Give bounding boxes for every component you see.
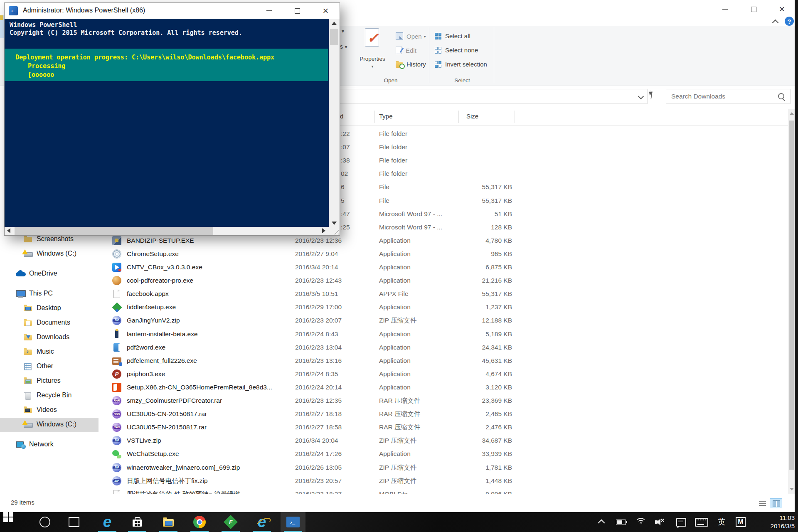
ps-minimize-button[interactable] [255,3,283,19]
select-none-button[interactable]: Select none [435,47,478,54]
taskbar-task-view-button[interactable] [62,512,86,532]
file-name: ChromeSetup.exe [127,247,179,261]
taskbar-chrome-button[interactable] [187,512,212,532]
table-row[interactable]: pdf2word.exe 2016/2/23 13:04 Application… [99,341,518,354]
taskbar-file-explorer-button[interactable] [156,512,181,532]
clock[interactable]: 11:03 2016/3/5 [771,512,795,532]
table-row[interactable]: Setup.X86.zh-CN_O365HomePremRetail_8e8d3… [99,381,518,394]
help-button[interactable]: ? [785,17,794,26]
table-row[interactable]: facebook.appx 2016/3/5 10:51 APPX File 5… [99,287,518,300]
list-scrollbar[interactable] [788,109,795,494]
close-button[interactable]: × [769,0,795,18]
taskbar-start-button[interactable] [3,512,28,532]
column-date-fragment[interactable]: d [340,113,343,120]
chevron-down-icon[interactable] [638,94,644,99]
column-type[interactable]: Type [379,113,393,120]
powershell-console[interactable]: Windows PowerShell Copyright (C) 2015 Mi… [5,19,340,235]
table-row[interactable]: RAR UC30U05-EN-20150817.rar 2016/2/27 18… [99,421,518,434]
wifi-indicator[interactable] [634,512,648,532]
sidebar-item-onedrive[interactable]: OneDrive [0,267,99,281]
minimize-ribbon-button[interactable] [773,19,779,22]
table-row[interactable]: ZIP GanJingYunV2.zip 2016/2/23 20:07 ZIP… [99,314,518,327]
table-row[interactable]: ZIP winaerotweaker_[winaero.com]_699.zip… [99,461,518,474]
action-center-button[interactable] [674,512,688,532]
table-row[interactable]: ChromeSetup.exe 2016/2/27 9:04 Applicati… [99,247,518,261]
sidebar-item-network[interactable]: Network [0,438,99,452]
details-view-button[interactable] [756,498,769,508]
sidebar-item-documents[interactable]: Documents [0,316,99,330]
sidebar-item-recycle-bin[interactable]: Recycle Bin [0,389,99,403]
sidebar-item-windows-c-[interactable]: Windows (C:) [0,418,99,432]
sidebar-item-music[interactable]: Music [0,345,99,360]
table-row[interactable]: fiddler4setup.exe 2016/2/29 17:00 Applic… [99,300,518,314]
column-size[interactable]: Size [466,113,478,120]
file-date: :47 [341,207,350,221]
search-input[interactable]: Search Downloads [666,89,791,104]
open-button[interactable]: Open ▾ [396,32,426,40]
items-count: 29 items [11,499,34,506]
thumbnails-view-button[interactable] [770,498,782,508]
folder-pictures-icon [24,377,33,385]
volume-indicator[interactable] [653,512,667,532]
table-row[interactable]: ZIP VSTLive.zip 2016/3/4 20:04 ZIP 压缩文件 … [99,434,518,447]
table-row[interactable]: RAR UC30U05-CN-20150817.rar 2016/2/27 18… [99,407,518,421]
taskbar-store-button[interactable] [125,512,150,532]
table-row[interactable]: BANDIZIP-SETUP.EXE 2016/2/23 12:36 Appli… [99,234,518,247]
console-horizontal-scrollbar[interactable] [5,227,328,235]
scroll-left-icon[interactable] [7,228,10,233]
console-vertical-scrollbar[interactable] [329,19,340,228]
scroll-up-icon[interactable] [790,112,794,115]
table-row[interactable]: ZIP 日版上网信号电信补丁fix.zip 2016/2/23 20:57 ZI… [99,474,518,488]
sidebar-item-downloads[interactable]: Downloads [0,330,99,345]
table-row[interactable]: pdfelement_full2226.exe 2016/2/23 13:16 … [99,354,518,367]
resize-corner[interactable] [328,227,340,235]
ps-maximize-button[interactable] [283,3,311,19]
sidebar-item-videos[interactable]: Videos [0,403,99,418]
scroll-down-icon[interactable] [790,488,794,490]
table-row[interactable]: CNTV_CBox_v3.0.3.0.exe 2016/3/4 20:14 Ap… [99,261,518,274]
search-icon [39,517,50,527]
zip-icon: ZIP [112,463,121,472]
table-row[interactable]: P psiphon3.exe 2016/2/24 8:35 Applicatio… [99,367,518,381]
table-row[interactable]: cool-pdfcreator-pro.exe 2016/2/23 12:43 … [99,274,518,287]
taskbar-edge-button[interactable]: e [95,512,120,532]
scrollbar-thumb[interactable] [789,121,794,470]
file-size: 1,781 KB [427,461,512,474]
file-type: File folder [379,154,407,167]
refresh-button[interactable] [650,91,663,102]
scroll-down-icon[interactable] [332,222,337,225]
history-button[interactable]: History [396,61,426,68]
taskbar-internet-explorer-button[interactable]: e [249,512,274,532]
sidebar-item-windows-c-[interactable]: Windows (C:) [0,247,99,261]
ps-close-button[interactable]: × [311,3,340,19]
powershell-window[interactable]: ›_ Administrator: Windows PowerShell (x8… [4,2,340,236]
restore-button[interactable] [741,0,766,18]
properties-button[interactable]: Properties ▾ [357,26,388,86]
table-row[interactable]: lantern-installer-beta.exe 2016/2/24 8:4… [99,328,518,341]
edit-button[interactable]: Edit [396,47,416,54]
minimize-button[interactable] [712,0,738,18]
scrollbar-thumb[interactable] [330,29,338,45]
table-row[interactable]: WeChatSetup.exe 2016/2/24 17:26 Applicat… [99,447,518,461]
powershell-titlebar[interactable]: ›_ Administrator: Windows PowerShell (x8… [5,3,340,19]
sidebar-item-pictures[interactable]: Pictures [0,374,99,389]
language-indicator[interactable]: 英 [715,512,728,532]
taskbar-fiddler-button[interactable]: F [218,512,243,532]
touch-keyboard-button[interactable] [693,512,710,532]
table-row[interactable]: RAR smzy_CoolmusterPDFCreator.rar 2016/2… [99,394,518,407]
invert-selection-button[interactable]: Invert selection [435,61,487,68]
battery-indicator[interactable] [614,512,628,532]
ime-indicator[interactable]: M [733,512,748,532]
taskbar-search-button[interactable] [32,512,57,532]
sidebar-item-desktop[interactable]: Desktop [0,301,99,316]
scroll-right-icon[interactable] [322,228,325,233]
scroll-up-icon[interactable] [332,22,337,25]
sidebar-item-this-pc[interactable]: This PC [0,287,99,301]
select-all-button[interactable]: Select all [435,32,470,39]
scrollbar-thumb[interactable] [15,227,213,235]
file-name: psiphon3.exe [127,367,165,381]
chevron-up-icon [598,520,605,527]
sidebar-item-other[interactable]: Other [0,360,99,374]
tray-expand-button[interactable] [595,512,608,532]
taskbar-powershell-button[interactable]: ›_ [281,512,305,532]
